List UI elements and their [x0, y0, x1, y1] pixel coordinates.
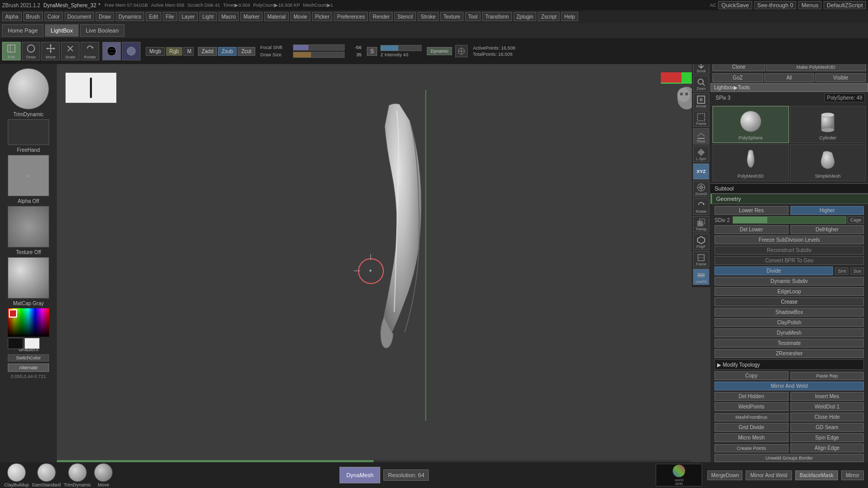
micro-mesh-btn[interactable]: Micro Mesh	[715, 433, 788, 442]
zoomd-icon[interactable]: ZoomD	[693, 181, 709, 197]
menu-draw[interactable]: Draw	[96, 12, 114, 21]
menu-document[interactable]: Document	[65, 12, 95, 21]
menu-macro[interactable]: Macro	[219, 12, 239, 21]
default-zscript-button[interactable]: DefaultZScript	[824, 1, 866, 9]
white-color-btn[interactable]	[24, 338, 40, 349]
menu-marker[interactable]: Marker	[240, 12, 262, 21]
del-higher-btn[interactable]: DelHigher	[791, 225, 864, 234]
copy-topology-btn[interactable]: Copy	[715, 371, 788, 380]
poly-sphere-item[interactable]: PolySphere	[712, 106, 789, 143]
convert-bpr-btn[interactable]: Convert BPR To Geo	[715, 256, 864, 265]
draw-tool-btn[interactable]: Draw	[22, 42, 40, 60]
simplemesh-item[interactable]: SimpleMesh	[790, 144, 866, 181]
canvas-area[interactable]	[57, 64, 710, 462]
align-edge-btn[interactable]: Align Edge	[791, 444, 864, 452]
backface-mask-btn[interactable]: BackfaceMask	[795, 470, 838, 480]
insert-mesh-btn[interactable]: Insert Mes	[791, 392, 864, 401]
polyf-icon[interactable]: PolyF	[693, 233, 709, 250]
mirror-and-weld-btn[interactable]: Mirror And Weld	[715, 382, 864, 390]
subtool-header[interactable]: Subtool	[710, 183, 868, 194]
damstandard-brush[interactable]: DamStandard	[32, 463, 61, 487]
menu-file[interactable]: File	[163, 12, 177, 21]
linefit-icon[interactable]: LineFit	[693, 269, 709, 285]
edge-loop-btn[interactable]: EdgeLoop	[715, 287, 864, 296]
goz-btn[interactable]: GoZ	[712, 73, 763, 82]
frame2-icon[interactable]: Frame	[693, 251, 709, 267]
stroke-preview[interactable]	[8, 119, 49, 145]
scale-tool-btn[interactable]: Scale	[61, 42, 80, 60]
cylinder-item[interactable]: Cylinder	[790, 106, 866, 143]
sdiv-slider[interactable]	[733, 216, 846, 224]
menu-help[interactable]: Help	[561, 12, 578, 21]
weld-dist-btn[interactable]: WeldDist 1	[791, 402, 864, 411]
rgb-button[interactable]: Rgb	[166, 47, 182, 56]
alternate-button[interactable]: Alternate	[8, 364, 49, 372]
quicksave-button[interactable]: QuickSave	[718, 1, 752, 9]
floor-icon[interactable]: Floor	[693, 128, 709, 145]
rotate-tool-btn[interactable]: Rotate	[81, 42, 99, 60]
matcap-preview[interactable]	[8, 257, 49, 298]
visible-btn[interactable]: Visible	[815, 73, 866, 82]
smt-btn[interactable]: Smt	[835, 267, 848, 275]
paste-rep-btn[interactable]: Paste Rep	[791, 372, 864, 380]
weld-points-btn[interactable]: WeldPoints	[715, 402, 788, 411]
mirror-weld-bottom-btn[interactable]: Mirror And Weld	[746, 470, 792, 480]
menu-stroke[interactable]: Stroke	[417, 12, 439, 21]
cage-btn[interactable]: Cage	[847, 216, 864, 224]
menu-tool[interactable]: Tool	[465, 12, 481, 21]
menu-texture[interactable]: Texture	[440, 12, 463, 21]
zadd-button[interactable]: Zadd	[198, 47, 217, 56]
mrgb-button[interactable]: Mrgb	[146, 47, 165, 56]
dyna-mesh-btn[interactable]: DynaMesh	[339, 467, 380, 483]
higher-btn[interactable]: Higher	[791, 206, 864, 215]
z-intensity-slider[interactable]	[380, 45, 422, 51]
menu-movie[interactable]: Movie	[290, 12, 311, 21]
crease-btn[interactable]: Crease	[715, 297, 864, 306]
merge-down-btn[interactable]: MergeDown	[707, 470, 742, 480]
menu-dynamics[interactable]: Dynamics	[116, 12, 145, 21]
dynamic-btn[interactable]: Dynamic	[427, 47, 452, 55]
clay-polish-btn[interactable]: ClayPolish	[715, 318, 864, 327]
menu-alpha[interactable]: Alpha	[2, 12, 22, 21]
color-swatch[interactable]	[8, 308, 49, 344]
lsym-icon[interactable]: L.Sym	[693, 146, 709, 162]
shadow-box-btn[interactable]: ShadowBox	[715, 308, 864, 317]
freeze-subdiv-btn[interactable]: Freeze SubDivision Levels	[715, 235, 864, 244]
menu-picker[interactable]: Picker	[312, 12, 333, 21]
menu-render[interactable]: Render	[369, 12, 393, 21]
zcut-button[interactable]: Zcut	[238, 47, 255, 56]
menu-brush[interactable]: Brush	[23, 12, 43, 21]
menu-edit[interactable]: Edit	[146, 12, 161, 21]
frame-icon[interactable]: Frame	[693, 111, 709, 127]
menu-color[interactable]: Color	[44, 12, 63, 21]
model-viewport[interactable]	[57, 64, 710, 462]
sphere-preview-btn[interactable]	[102, 42, 121, 60]
lower-res-btn[interactable]: Lower Res	[715, 206, 788, 215]
mesh-from-brush-btn[interactable]: MeshFromBrus	[715, 413, 788, 421]
zoom-icon[interactable]: Zoom	[693, 75, 709, 92]
polymesh3d-item[interactable]: PolyMesh3D	[712, 144, 789, 181]
suv-btn[interactable]: Suv	[850, 267, 864, 275]
menu-zscript[interactable]: Zscript	[538, 12, 560, 21]
spin-edge-btn[interactable]: Spin Edge	[791, 433, 864, 442]
menu-preferences[interactable]: Preferences	[334, 12, 368, 21]
crease-points-btn[interactable]: Crease Points	[715, 444, 788, 452]
divide-btn[interactable]: Divide	[715, 266, 833, 275]
move-brush[interactable]: Move	[94, 463, 113, 487]
close-hole-btn[interactable]: Close Hole	[791, 413, 864, 421]
black-color-btn[interactable]	[8, 338, 23, 349]
actual-icon[interactable]: Actual	[693, 93, 709, 109]
menu-light[interactable]: Light	[199, 12, 217, 21]
mirror-btn[interactable]: Mirror	[841, 470, 864, 480]
modify-topology-header[interactable]: ▶ Modify Topology	[715, 359, 864, 370]
tessimate-btn[interactable]: Tessimate	[715, 339, 864, 348]
menu-stencil[interactable]: Stencil	[394, 12, 416, 21]
claybuildup-brush[interactable]: ClayBuildup	[4, 463, 29, 487]
s-smooth-button[interactable]: S	[367, 47, 378, 56]
home-page-tab[interactable]: Home Page	[2, 24, 43, 37]
edit-tool-btn[interactable]: Edit	[2, 42, 21, 60]
brush-preview[interactable]	[8, 68, 49, 109]
grid-divide-btn[interactable]: Grid Divide	[715, 423, 788, 432]
zremesher-btn[interactable]: ZRemesher	[715, 349, 864, 358]
sphere2-preview-btn[interactable]	[122, 42, 141, 60]
